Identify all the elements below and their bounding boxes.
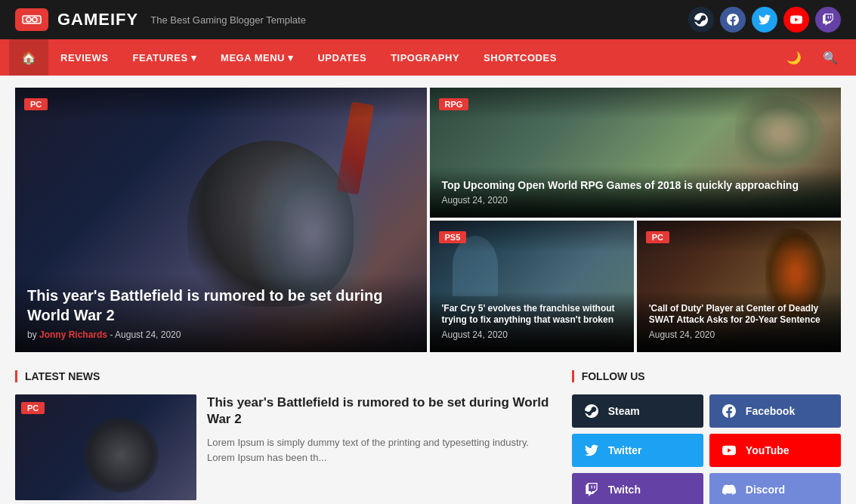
main-article-date: August 24, 2020 xyxy=(115,329,181,340)
follow-youtube-button[interactable]: YouTube xyxy=(709,434,841,467)
steam-header-icon[interactable] xyxy=(688,7,714,32)
site-header: GAMEIFY The Best Gaming Blogger Template xyxy=(0,0,856,39)
steam-icon xyxy=(583,402,601,420)
bottom-right-badge: PC xyxy=(646,231,669,243)
main-nav: 🏠 REVIEWS FEATURES ▾ MEGA MENU ▾ UPDATES… xyxy=(0,39,856,76)
news-item-excerpt: Lorem Ipsum is simply dummy text of the … xyxy=(207,435,554,465)
follow-facebook-button[interactable]: Facebook xyxy=(709,394,841,428)
twitch-header-icon[interactable] xyxy=(815,7,841,32)
chevron-down-icon: ▾ xyxy=(288,52,294,63)
bottom-left-badge: PS5 xyxy=(439,231,467,243)
main-article-title: This year's Battlefield is rumored to be… xyxy=(27,286,415,325)
main-content: PC This year's Battlefield is rumored to… xyxy=(0,76,856,504)
bottom-left-title: 'Far Cry 5' evolves the franchise withou… xyxy=(442,303,622,326)
bottom-right-badge-area: PC xyxy=(637,221,841,252)
top-right-badge: RPG xyxy=(439,98,469,110)
discord-icon xyxy=(720,481,738,499)
featured-grid: PC This year's Battlefield is rumored to… xyxy=(15,88,841,352)
follow-grid: Steam Facebook Twitter xyxy=(572,394,841,504)
follow-twitch-button[interactable]: Twitch xyxy=(572,473,703,504)
twitter-header-icon[interactable] xyxy=(752,7,777,32)
featured-bottom-grid: PS5 'Far Cry 5' evolves the franchise wi… xyxy=(430,221,842,352)
main-article-overlay: This year's Battlefield is rumored to be… xyxy=(15,274,427,352)
featured-top-right-article[interactable]: RPG Top Upcoming Open World RPG Games of… xyxy=(430,88,842,218)
follow-twitch-label: Twitch xyxy=(608,484,641,496)
main-article-badge: PC xyxy=(24,98,48,110)
youtube-header-icon[interactable] xyxy=(783,7,809,32)
follow-us-title: FOLLOW US xyxy=(572,370,841,382)
featured-main-article[interactable]: PC This year's Battlefield is rumored to… xyxy=(15,88,427,352)
follow-steam-button[interactable]: Steam xyxy=(572,394,703,428)
facebook-icon xyxy=(720,402,738,420)
bottom-left-date: August 24, 2020 xyxy=(442,329,622,340)
bottom-section: LATEST NEWS PC This year's Battlefield i… xyxy=(15,370,841,504)
nav-tipography[interactable]: TIPOGRAPHY xyxy=(379,39,471,76)
logo-tagline: The Best Gaming Blogger Template xyxy=(150,14,306,26)
nav-updates[interactable]: UPDATES xyxy=(305,39,379,76)
twitch-icon xyxy=(583,481,601,499)
follow-steam-label: Steam xyxy=(608,405,640,417)
bottom-right-date: August 24, 2020 xyxy=(649,329,829,340)
top-right-badge-area: RPG xyxy=(430,88,842,119)
nav-right-icons: 🌙 🔍 xyxy=(777,51,847,65)
youtube-icon xyxy=(720,441,738,459)
news-item: PC This year's Battlefield is rumored to… xyxy=(15,394,554,500)
dark-mode-toggle[interactable]: 🌙 xyxy=(777,51,811,65)
logo-icon[interactable] xyxy=(15,8,48,31)
main-article-badge-area: PC xyxy=(15,88,427,119)
nav-home[interactable]: 🏠 xyxy=(9,39,48,76)
top-right-title: Top Upcoming Open World RPG Games of 201… xyxy=(442,178,830,192)
follow-youtube-label: YouTube xyxy=(746,444,790,456)
nav-features[interactable]: FEATURES ▾ xyxy=(120,39,209,76)
twitter-icon xyxy=(583,441,601,459)
bottom-right-title: 'Call of Duty' Player at Center of Deadl… xyxy=(649,303,829,326)
follow-discord-label: Discord xyxy=(746,484,785,496)
bottom-left-overlay: 'Far Cry 5' evolves the franchise withou… xyxy=(430,291,634,352)
search-toggle[interactable]: 🔍 xyxy=(814,51,847,65)
latest-news-section: LATEST NEWS PC This year's Battlefield i… xyxy=(15,370,554,504)
featured-bottom-left-article[interactable]: PS5 'Far Cry 5' evolves the franchise wi… xyxy=(430,221,634,352)
latest-news-title: LATEST NEWS xyxy=(15,370,554,382)
news-item-badge: PC xyxy=(21,402,45,414)
nav-shortcodes[interactable]: SHORTCODES xyxy=(471,39,569,76)
nav-reviews[interactable]: REVIEWS xyxy=(48,39,120,76)
nav-mega-menu[interactable]: MEGA MENU ▾ xyxy=(209,39,305,76)
bottom-right-overlay: 'Call of Duty' Player at Center of Deadl… xyxy=(637,291,841,352)
news-item-title[interactable]: This year's Battlefield is rumored to be… xyxy=(207,394,554,428)
follow-twitter-label: Twitter xyxy=(608,444,642,456)
news-thumbnail[interactable]: PC xyxy=(15,394,196,500)
follow-us-section: FOLLOW US Steam Facebook xyxy=(572,370,841,504)
top-right-overlay: Top Upcoming Open World RPG Games of 201… xyxy=(430,166,842,218)
logo-area: GAMEIFY The Best Gaming Blogger Template xyxy=(15,8,306,31)
follow-twitter-button[interactable]: Twitter xyxy=(572,434,703,467)
chevron-down-icon: ▾ xyxy=(191,52,197,63)
follow-discord-button[interactable]: Discord xyxy=(709,473,841,504)
logo-text: GAMEIFY xyxy=(57,10,138,29)
main-article-meta: by Jonny Richards - August 24, 2020 xyxy=(27,329,415,340)
bottom-left-badge-area: PS5 xyxy=(430,221,634,252)
follow-facebook-label: Facebook xyxy=(746,405,795,417)
facebook-header-icon[interactable] xyxy=(720,7,746,32)
news-item-content: This year's Battlefield is rumored to be… xyxy=(207,394,554,465)
top-right-date: August 24, 2020 xyxy=(442,195,830,206)
featured-bottom-right-article[interactable]: PC 'Call of Duty' Player at Center of De… xyxy=(637,221,841,352)
main-article-author: Jonny Richards xyxy=(39,329,107,340)
header-social-icons xyxy=(688,7,841,32)
